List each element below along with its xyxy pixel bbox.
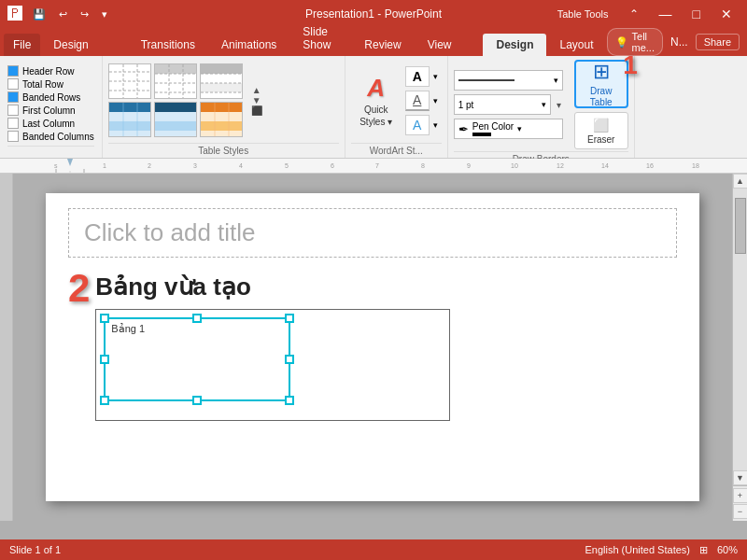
- eraser-button[interactable]: ⬜ Eraser: [574, 112, 628, 149]
- draw-table-button[interactable]: ⊞ DrawTable: [574, 60, 628, 108]
- svg-rect-29: [201, 131, 243, 137]
- scroll-thumb[interactable]: [735, 198, 746, 254]
- total-row-checkbox[interactable]: [7, 78, 19, 90]
- last-column-checkbox[interactable]: [7, 118, 19, 129]
- handle-bottom-left[interactable]: [100, 396, 109, 405]
- table-tools-label: Table Tools: [557, 8, 609, 20]
- svg-rect-27: [201, 112, 243, 121]
- minimize-button[interactable]: —: [652, 5, 680, 23]
- table-style-4[interactable]: [108, 102, 151, 137]
- tab-view[interactable]: View: [415, 34, 465, 56]
- table-styles-up[interactable]: ▲: [249, 85, 264, 95]
- view-normal-button[interactable]: ⊞: [699, 544, 708, 556]
- text-outline-dropdown[interactable]: ▾: [433, 96, 438, 105]
- handle-bottom-middle[interactable]: [192, 396, 202, 405]
- tab-animations[interactable]: Animations: [208, 34, 289, 56]
- text-effects-dropdown[interactable]: ▾: [433, 120, 438, 130]
- svg-rect-11: [201, 64, 243, 74]
- header-row-checkbox[interactable]: [7, 65, 19, 77]
- zoom-in-button[interactable]: +: [733, 488, 748, 503]
- tab-layout-context[interactable]: Layout: [546, 34, 606, 56]
- quick-styles-button[interactable]: A Quick Styles ▾: [351, 70, 402, 131]
- first-column-label: First Column: [22, 105, 76, 116]
- share-button[interactable]: Share: [696, 34, 740, 50]
- maximize-button[interactable]: □: [685, 5, 708, 23]
- text-outline-button[interactable]: A: [405, 91, 430, 111]
- table-styles-down[interactable]: ▼: [249, 95, 264, 105]
- tab-design-context[interactable]: Design: [483, 34, 546, 56]
- table-style-2[interactable]: [154, 63, 197, 99]
- scroll-down-button[interactable]: ▼: [733, 470, 748, 485]
- svg-text:s: s: [54, 162, 58, 169]
- header-row-option[interactable]: Header Row: [7, 65, 94, 77]
- qa-dropdown-icon[interactable]: ▾: [99, 7, 110, 22]
- tab-transitions-label[interactable]: Transitions: [128, 34, 208, 56]
- window-title: Presentation1 - PowerPoint: [305, 7, 442, 21]
- svg-text:8: 8: [421, 162, 425, 169]
- table-style-5[interactable]: [154, 102, 197, 137]
- total-row-option[interactable]: Total Row: [7, 78, 94, 90]
- last-column-option[interactable]: Last Column: [7, 118, 94, 129]
- badge-1-label: 1: [623, 50, 638, 79]
- table-style-6[interactable]: [200, 102, 243, 137]
- svg-rect-5: [155, 64, 197, 74]
- pen-weight-dropdown[interactable]: 1 pt ▾: [454, 94, 551, 115]
- pen-color-button[interactable]: ✒ Pen Color ▾: [454, 119, 563, 139]
- text-effects-button[interactable]: A: [405, 115, 430, 135]
- svg-rect-28: [201, 121, 243, 131]
- banded-columns-checkbox[interactable]: [7, 131, 19, 142]
- handle-middle-left[interactable]: [100, 355, 109, 364]
- tab-slideshow[interactable]: Slide Show: [289, 21, 351, 56]
- svg-rect-12: [201, 83, 243, 92]
- tab-transitions[interactable]: [102, 47, 128, 56]
- close-button[interactable]: ✕: [713, 5, 740, 23]
- tab-review[interactable]: Review: [351, 34, 414, 56]
- banded-columns-option[interactable]: Banded Columns: [7, 131, 94, 142]
- draw-table-label: DrawTable: [590, 86, 613, 108]
- badge-2-container: 2: [68, 269, 93, 308]
- ribbon-collapse-button[interactable]: ⌃: [622, 6, 646, 22]
- pen-weight-decrease[interactable]: ▾: [555, 100, 563, 110]
- handle-top-left[interactable]: [100, 314, 109, 323]
- handle-middle-right[interactable]: [285, 355, 294, 364]
- vertical-scrollbar[interactable]: ▲ ▼ + −: [732, 174, 747, 521]
- table-styles-more[interactable]: ⬛: [249, 105, 264, 116]
- n-icon[interactable]: N...: [670, 35, 688, 49]
- save-icon[interactable]: 💾: [30, 7, 49, 22]
- text-fill-dropdown[interactable]: ▾: [433, 72, 438, 81]
- banded-rows-option[interactable]: Banded Rows: [7, 91, 94, 103]
- table-options-section-label: [7, 146, 94, 148]
- handle-top-right[interactable]: [285, 314, 294, 323]
- redo-icon[interactable]: ↪: [78, 7, 92, 22]
- pen-weight-value: 1 pt: [458, 100, 474, 110]
- selected-table[interactable]: Bảng 1: [104, 317, 290, 401]
- wordart-section-label: WordArt St...: [351, 143, 442, 156]
- handle-bottom-right[interactable]: [285, 396, 294, 405]
- table-style-3[interactable]: [200, 63, 243, 99]
- quick-styles-icon: A: [367, 74, 385, 103]
- table-style-1[interactable]: [108, 63, 151, 99]
- scroll-track[interactable]: [733, 189, 748, 470]
- quick-styles-label: Quick: [364, 105, 388, 115]
- scroll-up-button[interactable]: ▲: [733, 174, 748, 189]
- title-bar: 🅿 💾 ↩ ↪ ▾ Presentation1 - PowerPoint Tab…: [0, 0, 747, 28]
- wordart-section: A Quick Styles ▾ A ▾ A ▾ A ▾ WordArt St.: [345, 56, 448, 158]
- svg-text:3: 3: [193, 162, 197, 169]
- text-fill-button[interactable]: A: [405, 66, 430, 87]
- banded-rows-checkbox[interactable]: [7, 91, 19, 103]
- pen-style-dropdown[interactable]: ▾: [454, 70, 563, 91]
- pen-color-dropdown[interactable]: ▾: [517, 124, 522, 133]
- header-row-label: Header Row: [22, 66, 75, 77]
- zoom-out-button[interactable]: −: [733, 504, 748, 519]
- tab-home[interactable]: Design: [40, 34, 101, 56]
- eraser-icon: ⬜: [593, 118, 609, 133]
- undo-icon[interactable]: ↩: [56, 7, 70, 22]
- slide-title-placeholder[interactable]: Click to add title: [68, 208, 677, 258]
- tab-file[interactable]: File: [4, 34, 40, 56]
- slide[interactable]: Click to add title 2 Bảng vừa tạo Bảng 1: [46, 193, 699, 501]
- svg-rect-25: [155, 131, 197, 137]
- first-column-option[interactable]: First Column: [7, 105, 94, 116]
- first-column-checkbox[interactable]: [7, 105, 19, 116]
- handle-top-middle[interactable]: [192, 314, 202, 323]
- zoom-level: 60%: [717, 544, 738, 555]
